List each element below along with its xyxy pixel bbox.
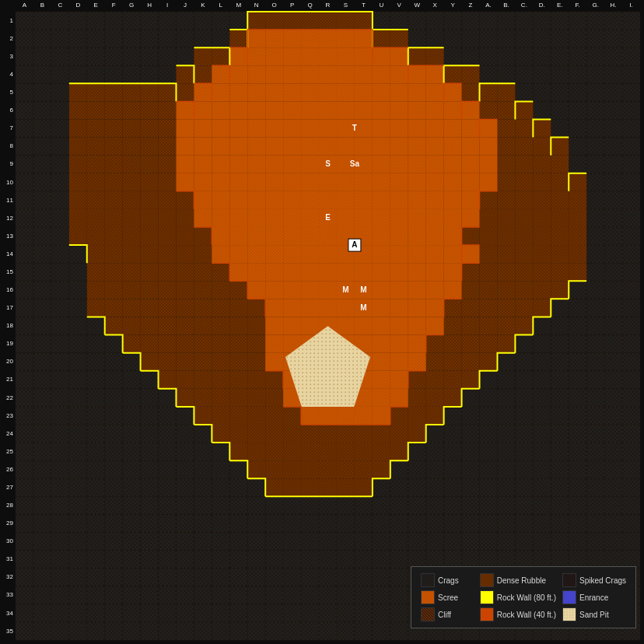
label-rock-wall-80: Rock Wall (80 ft.) [497,593,556,602]
legend-item-crags: Crags [421,573,474,587]
swatch-spiked-crags [562,573,576,587]
label-dense-rubble: Dense Rubble [497,576,546,585]
map-container: Crags Dense Rubble Spiked Crags Scree Ro… [0,0,644,644]
swatch-scree [421,590,435,604]
legend-item-entrance: Enrance [562,590,626,604]
legend-item-scree: Scree [421,590,474,604]
label-entrance: Enrance [579,593,608,602]
legend-grid: Crags Dense Rubble Spiked Crags Scree Ro… [421,573,626,621]
label-sand-pit: Sand Pit [579,611,609,619]
legend-item-dense-rubble: Dense Rubble [480,573,556,587]
swatch-sand-pit [562,607,576,621]
legend-item-cliff: Cliff [421,607,474,621]
legend-item-rock-wall-80: Rock Wall (80 ft.) [480,590,556,604]
map-canvas [0,0,644,644]
label-scree: Scree [438,593,458,602]
legend-item-spiked-crags: Spiked Crags [562,573,626,587]
label-rock-wall-40: Rock Wall (40 ft.) [497,611,556,619]
swatch-rock-wall-80 [480,590,494,604]
swatch-crags [421,573,435,587]
swatch-rock-wall-40 [480,607,494,621]
legend-item-sand-pit: Sand Pit [562,607,626,621]
label-crags: Crags [438,576,459,585]
label-cliff: Cliff [438,611,451,619]
legend-item-rock-wall-40: Rock Wall (40 ft.) [480,607,556,621]
label-spiked-crags: Spiked Crags [579,576,626,585]
legend: Crags Dense Rubble Spiked Crags Scree Ro… [411,566,636,628]
swatch-dense-rubble [480,573,494,587]
swatch-cliff [421,607,435,621]
swatch-entrance [562,590,576,604]
